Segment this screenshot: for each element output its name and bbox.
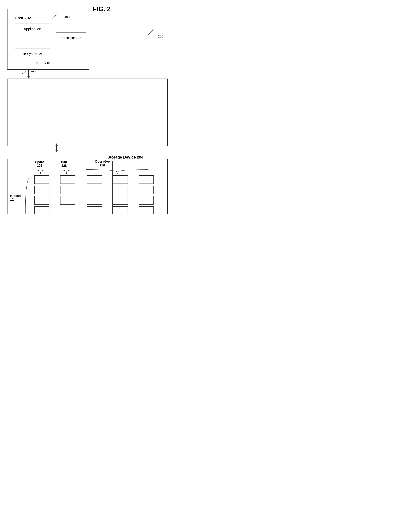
ref-108: 108: [49, 14, 70, 21]
svg-marker-33: [66, 173, 67, 175]
svg-marker-35: [117, 173, 118, 174]
svg-marker-15: [51, 18, 53, 19]
operative-block-2-4: [113, 206, 128, 214]
ref-200: 200: [143, 29, 163, 38]
bad-block-1: [60, 175, 75, 184]
operative-block-2-3: [113, 196, 128, 205]
spare-block-4: [34, 206, 49, 214]
spare-label: Spare126: [35, 160, 44, 168]
controller-to-memory-arrow: [53, 143, 60, 154]
operative-block-3-1: [139, 175, 154, 184]
spare-block-1: [34, 175, 49, 184]
operative-block-1-4: [87, 206, 102, 214]
fsapi-box: File System API: [15, 49, 50, 59]
svg-line-16: [35, 62, 39, 64]
operative-block-3-2: [139, 186, 154, 194]
svg-marker-28: [55, 150, 58, 152]
host-to-storage-arrow: [25, 69, 32, 80]
spare-brace: [32, 169, 49, 175]
host-box: Host 202 108 Application Processor 203 F…: [7, 9, 89, 70]
svg-marker-29: [55, 144, 58, 146]
bad-brace: [58, 169, 75, 175]
operative-block-1-3: [87, 196, 102, 205]
blocks-brace: [23, 175, 32, 214]
operative-block-2-1: [113, 175, 128, 184]
operative-label: Operative130: [95, 160, 110, 167]
operative-block-3-4: [139, 206, 154, 214]
blocks-label: Blocks124: [10, 194, 21, 202]
svg-line-12: [148, 30, 153, 35]
bad-block-2: [60, 186, 75, 194]
operative-block-1-2: [87, 186, 102, 194]
storage-device-box: Storage Device 204 Controller 220 Block …: [7, 79, 168, 146]
spare-block-3: [34, 196, 49, 205]
bad-block-3: [60, 196, 75, 205]
operative-block-2-2: [113, 186, 128, 194]
memory-box: Memory 122 Spare126 Bad128 Operative130 …: [7, 159, 168, 214]
host-label: Host 202: [15, 16, 31, 20]
figure-title: FIG. 2: [93, 5, 111, 13]
spare-block-2: [34, 186, 49, 194]
processor-box: Processor 203: [56, 32, 86, 43]
application-box: Application: [15, 23, 50, 34]
svg-marker-19: [28, 76, 30, 79]
operative-block-1-1: [87, 175, 102, 184]
operative-block-3-3: [139, 196, 154, 205]
bad-label: Bad128: [61, 160, 67, 168]
svg-marker-31: [40, 173, 41, 175]
ref-210: 210: [33, 61, 50, 66]
operative-brace: [84, 169, 150, 175]
